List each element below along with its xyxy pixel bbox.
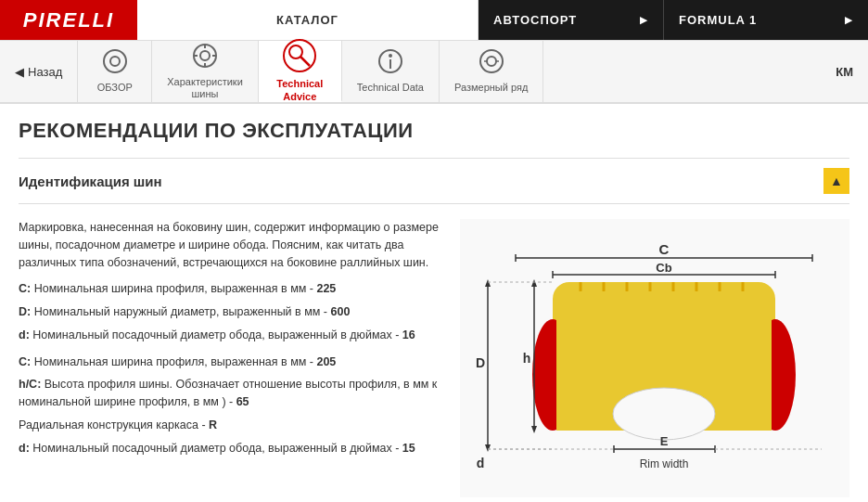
svg-point-31	[613, 388, 715, 440]
intro-text: Маркировка, нанесенная на боковину шин, …	[19, 219, 441, 271]
technical-advice-label: TechnicalAdvice	[276, 78, 323, 102]
main-content: РЕКОМЕНДАЦИИ ПО ЭКСПЛУАТАЦИИ Идентификац…	[0, 104, 868, 502]
razmerny-label: Размерный ряд	[454, 82, 528, 94]
top-nav: PIRELLI КАТАЛОГ АВТОСПОРТ ▶ FORMULA 1 ▶	[0, 0, 868, 41]
svg-point-15	[487, 57, 496, 66]
tab-technical-data[interactable]: Technical Data	[342, 41, 440, 102]
spec-d: D: Номинальный наружный диаметр, выражен…	[19, 303, 441, 321]
section-header: Идентификация шин ▲	[19, 158, 849, 204]
secondary-nav: ◀ Назад ОБЗОР Характеристикишины Technic…	[0, 41, 868, 104]
tire-diagram-column: C Cb	[460, 219, 849, 500]
svg-point-0	[104, 50, 126, 72]
razmerny-icon	[479, 48, 504, 80]
svg-text:E: E	[660, 434, 669, 448]
tab-technical-advice[interactable]: TechnicalAdvice	[259, 41, 342, 102]
logo[interactable]: PIRELLI	[0, 0, 137, 40]
spec-r: Радиальная конструкция каркаса - R	[19, 417, 441, 434]
avtosport-arrow-icon: ▶	[640, 15, 648, 25]
spec-c1: C: Номинальная ширина профиля, выраженна…	[19, 280, 441, 298]
back-button[interactable]: ◀ Назад	[0, 41, 78, 102]
logo-text: PIRELLI	[23, 8, 114, 32]
section-title: Идентификация шин	[19, 174, 162, 189]
svg-text:Cb: Cb	[656, 261, 671, 275]
page-title: РЕКОМЕНДАЦИИ ПО ЭКСПЛУАТАЦИИ	[19, 119, 849, 143]
spec-d-lower1: d: Номинальный посадочный диаметр обода,…	[19, 327, 441, 344]
avtosport-nav[interactable]: АВТОСПОРТ ▶	[479, 0, 664, 40]
svg-text:C: C	[659, 241, 670, 257]
technical-data-label: Technical Data	[357, 82, 424, 94]
obzor-label: ОБЗОР	[97, 82, 133, 94]
formula-arrow-icon: ▶	[845, 15, 853, 25]
technical-advice-icon-wrap	[282, 38, 317, 76]
tab-obzor[interactable]: ОБЗОР	[78, 41, 152, 102]
svg-text:d: d	[477, 456, 485, 470]
svg-text:h: h	[523, 351, 531, 366]
tire-diagram: C Cb	[460, 219, 849, 497]
obzor-icon	[102, 48, 128, 80]
collapse-button[interactable]: ▲	[823, 168, 849, 194]
km-badge: КМ	[836, 41, 868, 102]
tab-harakt[interactable]: Характеристикишины	[152, 41, 259, 102]
text-column: Маркировка, нанесенная на боковину шин, …	[19, 219, 441, 500]
svg-point-3	[200, 51, 210, 60]
svg-point-12	[389, 54, 392, 58]
spec-c2: C: Номинальная ширина профиля, выраженна…	[19, 354, 441, 371]
tab-razmerny[interactable]: Размерный ряд	[440, 41, 543, 102]
katalog-nav[interactable]: КАТАЛОГ	[137, 0, 479, 40]
svg-point-9	[289, 45, 302, 58]
spec-d-lower2: d: Номинальный посадочный диаметр обода,…	[19, 440, 441, 457]
svg-text:Rim width: Rim width	[640, 457, 689, 470]
svg-text:D: D	[476, 355, 485, 370]
formula-nav[interactable]: FORMULA 1 ▶	[664, 0, 868, 40]
svg-point-14	[480, 50, 503, 72]
svg-point-8	[284, 40, 315, 71]
content-area: Маркировка, нанесенная на боковину шин, …	[19, 219, 849, 500]
harakt-label: Характеристикишины	[167, 76, 243, 100]
back-arrow-icon: ◀	[15, 65, 24, 79]
technical-data-icon	[377, 48, 403, 80]
svg-point-1	[110, 57, 120, 66]
harakt-icon	[192, 43, 218, 74]
spec-hc: h/C: Высота профиля шины. Обозначает отн…	[19, 376, 441, 411]
svg-line-10	[300, 57, 310, 66]
